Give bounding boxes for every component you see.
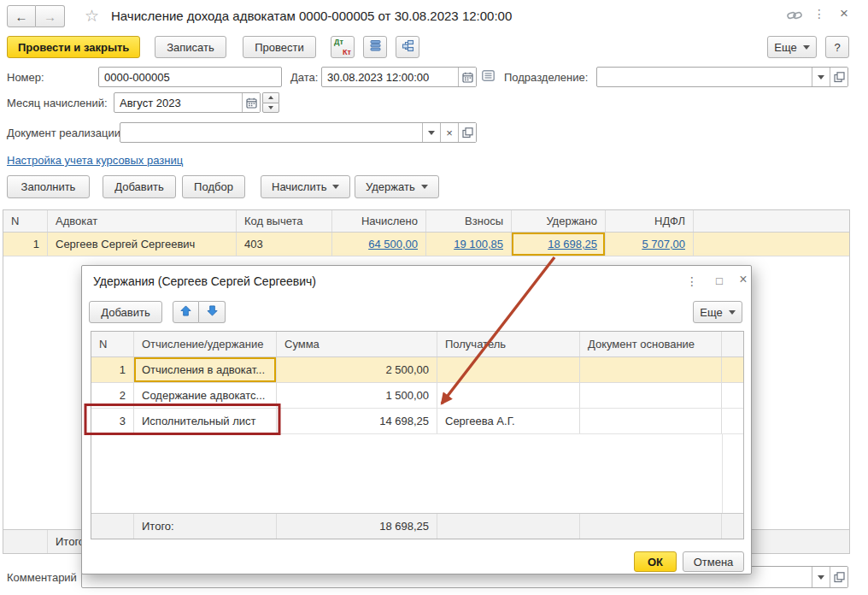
cell-base-doc[interactable] [580, 409, 722, 433]
withholdings-table-footer: Итого: 18 698,25 [91, 513, 743, 539]
col-n: N [91, 332, 134, 356]
contributions-link[interactable]: 19 100,85 [454, 238, 503, 250]
ok-button[interactable]: ОК [634, 551, 677, 572]
cell-name[interactable]: Отчисления в адвокат... [134, 357, 277, 382]
table-row[interactable]: 2 Содержание адвокатс... 1 500,00 [91, 383, 743, 409]
open-icon[interactable] [830, 567, 847, 587]
post-button[interactable]: Провести [243, 36, 316, 58]
cell-n[interactable]: 1 [91, 357, 134, 382]
write-button[interactable]: Записать [155, 36, 226, 58]
add-row-button[interactable]: Добавить [103, 175, 176, 198]
cell-base-doc[interactable] [580, 357, 722, 382]
withheld-link[interactable]: 18 698,25 [548, 238, 597, 250]
dialog-menu-icon[interactable]: ⋮ [684, 274, 700, 289]
dialog-add-button[interactable]: Добавить [89, 301, 162, 323]
advocates-table-header: N Адвокат Код вычета Начислено Взносы Уд… [3, 210, 849, 233]
table-row[interactable]: 1 Отчисления в адвокат... 2 500,00 [91, 357, 743, 383]
cell-contributions[interactable]: 19 100,85 [426, 233, 512, 256]
footer-total-sum: 18 698,25 [277, 514, 437, 539]
link-icon[interactable] [787, 9, 802, 24]
number-input[interactable] [99, 68, 281, 86]
cell-accrued[interactable]: 64 500,00 [332, 233, 426, 256]
accrue-button[interactable]: Начислить [261, 175, 350, 198]
currency-settings-link[interactable]: Настройка учета курсовых разниц [7, 154, 183, 167]
table-empty-area[interactable] [91, 434, 743, 513]
stepper-down-icon[interactable] [262, 103, 279, 114]
clear-icon[interactable]: × [440, 123, 458, 142]
cell-receiver[interactable] [437, 357, 580, 382]
cell-name[interactable]: Содержание адвокатс... [134, 383, 277, 408]
dialog-more-button[interactable]: Еще [693, 301, 742, 323]
sales-doc-field[interactable]: × [120, 122, 477, 143]
accrued-link[interactable]: 64 500,00 [368, 238, 418, 250]
calendar-icon[interactable] [242, 93, 260, 112]
more-button[interactable]: Еще [767, 36, 817, 58]
ndfl-link[interactable]: 5 707,00 [642, 238, 685, 250]
date-field[interactable] [321, 67, 477, 87]
table-row[interactable]: 3 Исполнительный лист 14 698,25 Сергеева… [91, 409, 743, 434]
col-advocate: Адвокат [48, 210, 237, 232]
cell-withheld[interactable]: 18 698,25 [512, 233, 606, 256]
fill-button[interactable]: Заполнить [7, 175, 90, 198]
favorite-star-icon[interactable]: ☆ [85, 6, 99, 26]
cell-filler[interactable] [694, 233, 849, 256]
cell-receiver[interactable] [437, 383, 580, 408]
register-records-button[interactable] [363, 36, 387, 58]
cell-base-doc[interactable] [580, 383, 722, 408]
footer-total-label: Итого: [134, 514, 277, 539]
cell-deduction-code[interactable]: 403 [237, 233, 332, 256]
document-list-icon[interactable] [482, 70, 495, 84]
division-field[interactable] [596, 67, 848, 87]
col-filler [722, 332, 743, 356]
window-close-icon[interactable]: × [836, 5, 852, 22]
month-input[interactable] [114, 93, 242, 112]
cancel-label: Отмена [694, 556, 734, 568]
division-input[interactable] [597, 68, 812, 86]
open-icon[interactable] [830, 68, 847, 86]
chevron-down-icon [421, 185, 428, 189]
dropdown-icon[interactable] [812, 567, 830, 587]
cancel-button[interactable]: Отмена [683, 551, 744, 572]
back-button[interactable]: ← [7, 5, 36, 27]
month-field[interactable] [114, 92, 261, 113]
write-label: Записать [167, 41, 214, 54]
dialog-maximize-icon[interactable]: □ [712, 274, 727, 289]
cell-n[interactable]: 2 [91, 383, 134, 408]
col-accrued: Начислено [332, 210, 426, 232]
col-deduction-code: Код вычета [237, 210, 332, 232]
dialog-close-icon[interactable]: × [736, 272, 751, 287]
sales-doc-input[interactable] [120, 123, 422, 142]
cell-sum[interactable]: 1 500,00 [277, 383, 437, 408]
open-icon[interactable] [458, 123, 476, 142]
stepper-up-icon[interactable] [262, 92, 279, 103]
month-stepper[interactable] [262, 92, 279, 113]
move-up-button[interactable] [173, 301, 199, 323]
dtkt-button[interactable]: Дт Кт [331, 36, 355, 58]
cell-receiver[interactable]: Сергеева А.Г. [437, 409, 580, 433]
cell-n[interactable]: 1 [3, 233, 48, 256]
withholdings-table-header: N Отчисление/удержание Сумма Получатель … [91, 332, 743, 357]
help-button[interactable]: ? [825, 36, 849, 58]
window-menu-icon[interactable]: ⋮ [812, 7, 826, 21]
cell-name[interactable]: Исполнительный лист [134, 409, 277, 433]
cell-n[interactable]: 3 [91, 409, 134, 433]
chevron-down-icon [803, 45, 810, 50]
forward-button[interactable]: → [36, 5, 65, 27]
cell-sum[interactable]: 2 500,00 [277, 357, 437, 382]
related-documents-button[interactable] [396, 36, 419, 58]
calendar-icon[interactable] [458, 68, 476, 86]
cell-advocate[interactable]: Сергеев Сергей Сергеевич [48, 233, 237, 256]
dropdown-icon[interactable] [812, 68, 830, 86]
move-down-button[interactable] [199, 301, 226, 323]
col-filler [694, 210, 849, 232]
cell-ndfl[interactable]: 5 707,00 [606, 233, 694, 256]
withhold-button[interactable]: Удержать [355, 175, 439, 198]
structure-icon [402, 39, 414, 55]
pick-button[interactable]: Подбор [182, 175, 245, 198]
post-and-close-button[interactable]: Провести и закрыть [7, 36, 140, 58]
date-input[interactable] [322, 68, 458, 86]
table-row[interactable]: 1 Сергеев Сергей Сергеевич 403 64 500,00… [3, 233, 849, 256]
cell-sum[interactable]: 14 698,25 [277, 409, 437, 433]
dropdown-icon[interactable] [422, 123, 440, 142]
number-field[interactable] [98, 67, 282, 87]
